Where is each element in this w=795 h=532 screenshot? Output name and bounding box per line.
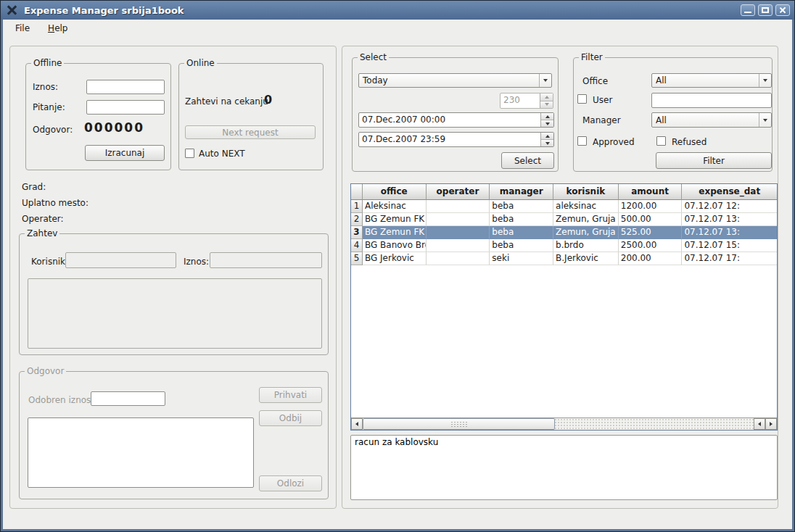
chevron-down-icon[interactable] — [539, 74, 551, 87]
table-cell[interactable] — [427, 200, 490, 213]
refused-checkbox[interactable] — [656, 136, 666, 146]
odobren-iznos-input[interactable] — [91, 391, 165, 406]
limit-spinbox[interactable]: 230 — [500, 93, 553, 109]
row-number[interactable]: 5 — [351, 252, 363, 265]
table-cell[interactable]: 500.00 — [619, 213, 683, 226]
chevron-down-icon[interactable] — [759, 74, 771, 87]
table-cell[interactable]: beba — [490, 213, 553, 226]
table-cell[interactable]: beba — [490, 239, 553, 252]
user-input[interactable] — [651, 93, 772, 108]
filter-button[interactable]: Filter — [656, 152, 772, 169]
row-number[interactable]: 4 — [351, 239, 363, 252]
column-header-amount[interactable]: amount — [619, 184, 683, 200]
select-button[interactable]: Select — [501, 152, 554, 169]
user-checkbox[interactable] — [577, 94, 587, 104]
row-number[interactable]: 3 — [351, 226, 363, 239]
iznos-input[interactable] — [86, 80, 165, 94]
odbij-button[interactable]: Odbij — [259, 410, 322, 426]
prihvati-button[interactable]: Prihvati — [259, 387, 322, 403]
table-cell[interactable]: aleksinac — [553, 200, 619, 213]
table-row[interactable]: 5BG JerkovicsekiB.Jerkovic200.0007.12.07… — [351, 252, 777, 265]
table-cell[interactable]: 1200.00 — [619, 200, 683, 213]
table-cell[interactable] — [427, 252, 490, 265]
table-cell[interactable]: B.Jerkovic — [553, 252, 619, 265]
auto-next-checkbox[interactable] — [185, 149, 194, 158]
table-cell[interactable]: 07.12.07 17: — [682, 252, 777, 265]
right-panel: Select Today 230 07.Dec.2007 00:00 — [342, 46, 778, 509]
scroll-left-icon[interactable] — [351, 418, 363, 430]
table-row[interactable]: 2BG Zemun FKbebaZemun, Gruja500.0007.12.… — [351, 213, 777, 226]
row-number[interactable]: 2 — [351, 213, 363, 226]
odlozi-button[interactable]: Odlozi — [259, 475, 322, 491]
scrollbar-thumb[interactable] — [363, 418, 555, 430]
table-row[interactable]: 1Aleksinacbebaaleksinac1200.0007.12.07 1… — [351, 200, 777, 213]
zahtev-group-title: Zahtev — [25, 228, 59, 238]
table-cell[interactable] — [427, 213, 490, 226]
close-icon[interactable] — [775, 4, 790, 16]
odgovor-value: 000000 — [84, 120, 144, 135]
table-cell[interactable]: Zemun, Gruja — [553, 226, 619, 239]
izracunaj-button[interactable]: Izracunaj — [85, 145, 165, 161]
table-cell[interactable]: beba — [490, 200, 553, 213]
next-request-button[interactable]: Next request — [185, 125, 316, 139]
table-cell[interactable] — [427, 239, 490, 252]
menu-help[interactable]: Help — [45, 22, 70, 35]
spin-down-icon[interactable] — [541, 139, 553, 146]
column-header-operater[interactable]: operater — [427, 184, 490, 200]
table-cell[interactable]: BG Zemun FK — [363, 226, 427, 239]
spin-down-icon[interactable] — [540, 101, 553, 109]
spin-up-icon[interactable] — [541, 133, 553, 139]
zahtev-details-area[interactable] — [28, 278, 322, 349]
horizontal-scrollbar[interactable] — [351, 417, 777, 430]
table-cell[interactable] — [427, 226, 490, 239]
online-group-title: Online — [184, 58, 217, 68]
table-cell[interactable]: beba — [490, 226, 553, 239]
table-cell[interactable]: BG Zemun FK — [363, 213, 427, 226]
table-cell[interactable]: seki — [490, 252, 553, 265]
scroll-left-icon[interactable] — [754, 418, 765, 430]
column-header-expense-date[interactable]: expense_dat — [682, 184, 777, 200]
manager-combobox[interactable]: All — [651, 112, 772, 128]
corner-header-cell[interactable] — [351, 184, 363, 200]
to-datetime-spinbox[interactable]: 07.Dec.2007 23:59 — [358, 132, 554, 147]
approved-checkbox[interactable] — [577, 136, 587, 146]
spin-up-icon[interactable] — [541, 113, 553, 120]
expenses-table[interactable]: office operater manager korisnik amount … — [350, 183, 778, 431]
office-combobox[interactable]: All — [651, 73, 772, 88]
zahtev-iznos-input[interactable] — [210, 252, 322, 268]
table-row[interactable]: 3BG Zemun FKbebaZemun, Gruja525.0007.12.… — [351, 226, 777, 239]
table-cell[interactable]: b.brdo — [553, 239, 619, 252]
table-cell[interactable]: Aleksinac — [363, 200, 427, 213]
pitanje-input[interactable] — [86, 100, 165, 115]
table-cell[interactable]: 07.12.07 13: — [682, 226, 777, 239]
column-header-office[interactable]: office — [363, 184, 427, 200]
memo-textarea[interactable]: racun za kablovsku — [350, 435, 778, 500]
spin-up-icon[interactable] — [540, 93, 553, 101]
table-cell[interactable]: BG Banovo Brdo — [363, 239, 427, 252]
table-cell[interactable]: 2500.00 — [619, 239, 683, 252]
table-cell[interactable]: 200.00 — [619, 252, 683, 265]
odgovor-notes-area[interactable] — [28, 417, 254, 488]
chevron-down-icon[interactable] — [759, 113, 771, 127]
minimize-icon[interactable] — [741, 4, 755, 16]
column-header-manager[interactable]: manager — [490, 184, 553, 200]
period-combobox[interactable]: Today — [358, 73, 552, 88]
manager-value: All — [652, 115, 759, 125]
title-bar[interactable]: Expense Manager srbija1book — [1, 1, 794, 20]
table-cell[interactable]: 07.12.07 15: — [682, 239, 777, 252]
maximize-icon[interactable] — [758, 4, 773, 16]
table-cell[interactable]: Zemun, Gruja — [553, 213, 619, 226]
table-cell[interactable]: 07.12.07 12: — [682, 200, 777, 213]
spin-buttons — [540, 113, 553, 127]
column-header-korisnik[interactable]: korisnik — [553, 184, 619, 200]
from-datetime-spinbox[interactable]: 07.Dec.2007 00:00 — [358, 112, 554, 128]
row-number[interactable]: 1 — [351, 200, 363, 213]
table-cell[interactable]: 07.12.07 13: — [682, 213, 777, 226]
korisnik-input[interactable] — [65, 252, 176, 268]
table-cell[interactable]: BG Jerkovic — [363, 252, 427, 265]
table-row[interactable]: 4BG Banovo Brdobebab.brdo2500.0007.12.07… — [351, 239, 777, 252]
spin-down-icon[interactable] — [541, 120, 553, 127]
menu-file[interactable]: File — [12, 22, 33, 35]
table-cell[interactable]: 525.00 — [619, 226, 683, 239]
scroll-right-icon[interactable] — [765, 418, 777, 430]
